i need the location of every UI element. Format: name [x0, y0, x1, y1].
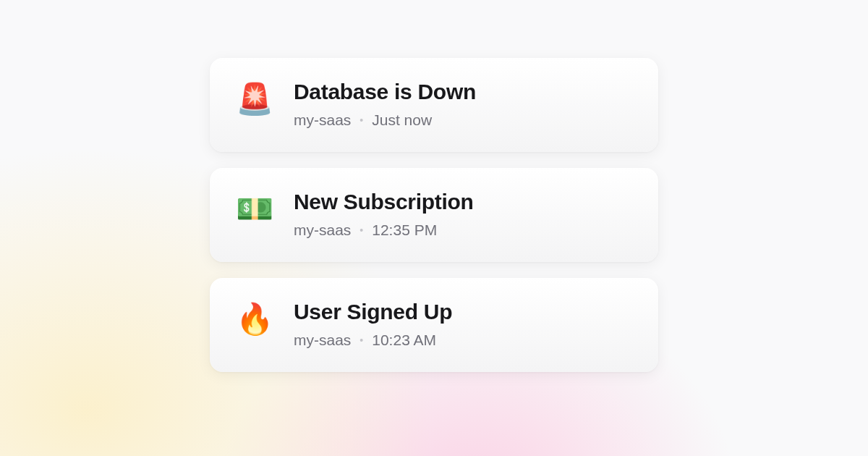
notification-content: New Subscription my-saas • 12:35 PM	[294, 190, 474, 239]
notification-card[interactable]: 💵 New Subscription my-saas • 12:35 PM	[210, 168, 658, 262]
money-icon: 💵	[236, 194, 273, 224]
notification-meta: my-saas • 12:35 PM	[294, 221, 474, 239]
notification-card[interactable]: 🔥 User Signed Up my-saas • 10:23 AM	[210, 278, 658, 372]
notification-meta: my-saas • Just now	[294, 111, 476, 129]
fire-icon: 🔥	[236, 304, 273, 334]
meta-separator: •	[359, 224, 363, 236]
notification-title: New Subscription	[294, 190, 474, 214]
notification-content: User Signed Up my-saas • 10:23 AM	[294, 300, 452, 349]
notification-meta: my-saas • 10:23 AM	[294, 332, 452, 349]
meta-separator: •	[359, 114, 363, 126]
siren-icon: 🚨	[236, 84, 273, 114]
notification-card[interactable]: 🚨 Database is Down my-saas • Just now	[210, 58, 658, 152]
notification-title: Database is Down	[294, 80, 476, 104]
meta-separator: •	[359, 334, 363, 346]
notification-time: 12:35 PM	[372, 221, 437, 239]
notification-title: User Signed Up	[294, 300, 452, 324]
notification-project: my-saas	[294, 332, 351, 349]
notification-time: 10:23 AM	[372, 332, 436, 349]
notification-project: my-saas	[294, 111, 351, 129]
notification-content: Database is Down my-saas • Just now	[294, 80, 476, 129]
notification-project: my-saas	[294, 221, 351, 239]
notification-list: 🚨 Database is Down my-saas • Just now 💵 …	[210, 58, 658, 372]
notification-time: Just now	[372, 111, 432, 129]
